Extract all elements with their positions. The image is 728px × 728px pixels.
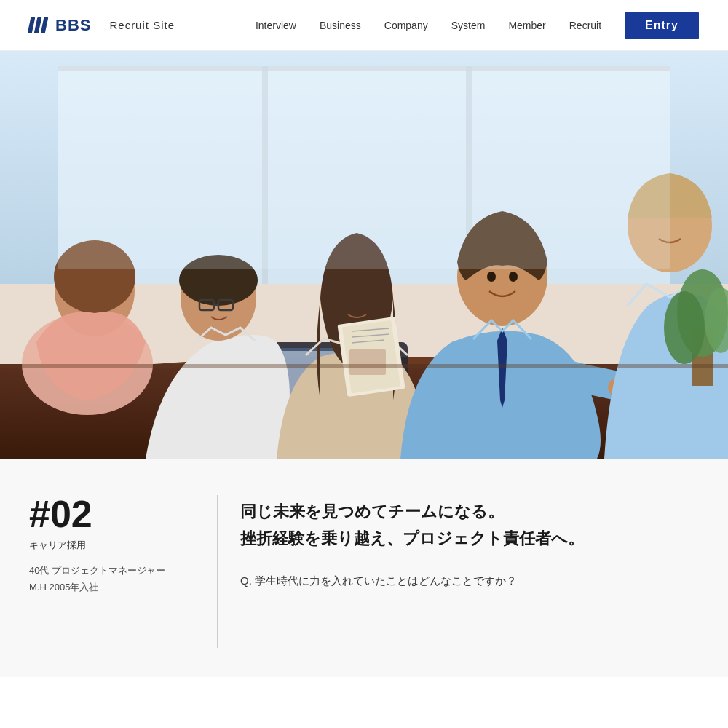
nav-company[interactable]: Company [384, 20, 428, 31]
content-right: 同じ未来を見つめてチームになる。 挫折経験を乗り越え、プロジェクト責任者へ。 Q… [240, 495, 699, 648]
nav-system[interactable]: System [451, 20, 486, 31]
content-section: #02 キャリア採用 40代 プロジェクトマネージャー M.H 2005年入社 … [0, 459, 728, 677]
main-copy-line2: 挫折経験を乗り越え、プロジェクト責任者へ。 [240, 529, 584, 547]
hero-section [0, 51, 728, 459]
svg-point-25 [509, 272, 518, 282]
main-copy: 同じ未来を見つめてチームになる。 挫折経験を乗り越え、プロジェクト責任者へ。 [240, 498, 699, 553]
svg-point-36 [664, 291, 705, 364]
person-info: 40代 プロジェクトマネージャー M.H 2005年入社 [29, 562, 195, 596]
header: BBS Recruit Site Interview Business Comp… [0, 0, 728, 51]
career-type: キャリア採用 [29, 539, 195, 552]
nav-recruit[interactable]: Recruit [569, 20, 601, 31]
svg-rect-39 [58, 66, 670, 269]
question-text: Q. 学生時代に力を入れていたことはどんなことですか？ [240, 574, 699, 588]
svg-rect-33 [349, 349, 386, 375]
logo-bbs: BBS [55, 16, 91, 35]
svg-rect-38 [0, 364, 728, 368]
content-left: #02 キャリア採用 40代 プロジェクトマネージャー M.H 2005年入社 [29, 495, 218, 648]
logo-area: BBS Recruit Site [29, 16, 175, 35]
main-nav: Interview Business Company System Member… [256, 12, 699, 39]
person-name: M.H 2005年入社 [29, 582, 98, 593]
nav-member[interactable]: Member [508, 20, 545, 31]
person-title: 40代 プロジェクトマネージャー [29, 565, 165, 576]
entry-button[interactable]: Entry [625, 12, 699, 39]
logo-site-label: Recruit Site [103, 19, 175, 31]
nav-business[interactable]: Business [320, 20, 361, 31]
logo-stripes-icon [29, 17, 47, 33]
svg-point-24 [487, 272, 496, 282]
main-copy-line1: 同じ未来を見つめてチームになる。 [240, 502, 504, 521]
number-tag: #02 [29, 495, 195, 533]
hero-illustration [0, 51, 728, 459]
nav-interview[interactable]: Interview [256, 20, 296, 31]
